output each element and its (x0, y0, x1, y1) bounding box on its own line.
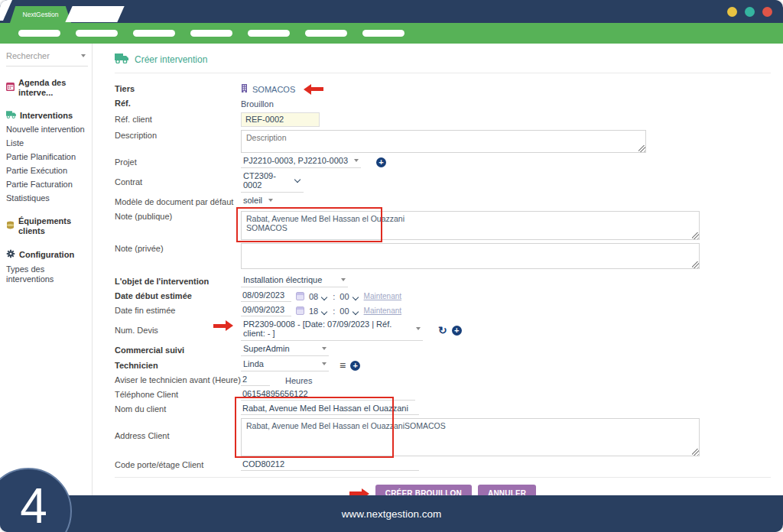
date-fin-input[interactable] (241, 305, 291, 316)
sidebar-item-agenda[interactable]: Agenda des interve... (6, 76, 88, 99)
contrat-select[interactable]: CT2309-0002 (241, 171, 304, 193)
window-dot-yellow[interactable] (727, 7, 737, 17)
sidebar-item-partie-execution[interactable]: Partie Exécution (6, 164, 88, 177)
projet-value: PJ2210-0003, PJ2210-0003 (243, 156, 348, 165)
sidebar: Rechercher Agenda des interve... Interve… (0, 44, 93, 495)
truck-icon (115, 54, 128, 66)
nav-item-redacted[interactable] (305, 30, 347, 37)
form-row-date-debut: Date début estimée 08 : 00 Maintenant (115, 290, 771, 302)
field-label: Date début estimée (115, 290, 241, 302)
add-devis-button plus-icon[interactable]: + (452, 326, 462, 336)
search-select[interactable]: Rechercher (6, 50, 88, 66)
window-dot-red[interactable] (762, 7, 772, 17)
sidebar-item-liste[interactable]: Liste (6, 136, 88, 150)
date-debut-input[interactable] (241, 290, 291, 302)
field-label: Code porte/étage Client (115, 459, 241, 471)
telephone-input[interactable] (241, 389, 415, 401)
calendar-icon (6, 83, 15, 93)
sidebar-item-partie-facturation[interactable]: Partie Facturation (6, 177, 88, 191)
form-row-ref-client: Réf. client (115, 112, 771, 127)
minute-select[interactable]: 00 (340, 292, 359, 301)
field-label: Réf. client (115, 114, 241, 125)
nav-item-redacted[interactable] (190, 30, 232, 37)
cancel-button[interactable]: ANNULER (478, 485, 536, 495)
minute-select[interactable]: 00 (340, 307, 359, 316)
nav-item-redacted[interactable] (362, 30, 404, 37)
nav-item-redacted[interactable] (18, 30, 60, 37)
modele-select[interactable]: soleil (241, 196, 273, 208)
chevron-down-icon (354, 159, 359, 162)
equipment-icon (6, 221, 15, 232)
gear-icon (6, 249, 15, 261)
window-dots (727, 7, 772, 17)
code-porte-input[interactable] (241, 459, 419, 471)
sidebar-item-label: Partie Planification (6, 152, 76, 161)
nav-item-redacted[interactable] (76, 30, 118, 37)
field-label: Note (privée) (115, 243, 241, 255)
refresh-icon[interactable]: ↻ (438, 326, 447, 335)
tiers-link[interactable]: SOMACOS (252, 85, 295, 94)
sidebar-item-label: Nouvelle intervention (6, 125, 85, 134)
objet-select[interactable]: Installation électrique (241, 275, 348, 287)
commercial-select[interactable]: SuperAdmin (241, 344, 329, 356)
address-client-textarea[interactable]: Rabat, Avenue Med Bel Hassan el Ouazzani… (241, 418, 700, 456)
add-projet-button plus-icon[interactable]: + (376, 157, 386, 167)
field-label: Address Client (115, 418, 241, 442)
ref-client-input[interactable] (241, 112, 320, 127)
nom-client-input[interactable] (241, 404, 419, 415)
technicien-select[interactable]: Linda (241, 359, 329, 371)
num-devis-select[interactable]: PR2309-0008 - [Date: 07/09/2023 | Réf. c… (241, 320, 423, 341)
sidebar-item-equipements-clients[interactable]: Équipements clients (6, 214, 88, 238)
sidebar-item-interventions[interactable]: Interventions (6, 109, 88, 122)
form-row-aviser: Aviser le technicien avant (Heure) Heure… (115, 375, 771, 386)
main-content: Créer intervention Tiers SOMACOS Réf. Br… (93, 44, 783, 495)
field-label: Contrat (115, 177, 241, 188)
create-draft-button[interactable]: CRÉER BROUILLON (375, 485, 472, 495)
sidebar-item-statistiques[interactable]: Statistiques (6, 191, 88, 205)
hour-value: 18 (309, 307, 318, 316)
corner-decoration (0, 0, 12, 21)
commercial-value: SuperAdmin (243, 344, 290, 353)
sidebar-item-types-interventions[interactable]: Types des interventions (6, 262, 88, 286)
sidebar-item-label: Liste (6, 138, 24, 148)
note-privee-textarea[interactable] (241, 243, 700, 269)
sidebar-item-label: Configuration (19, 250, 74, 260)
redacted-tab[interactable] (65, 6, 124, 22)
form-row-note-publique: Note (publique) Rabat, Avenue Med Bel Ha… (115, 211, 771, 240)
page-header: Créer intervention (115, 54, 771, 73)
note-publique-textarea[interactable]: Rabat, Avenue Med Bel Hassan el Ouazzani… (241, 211, 700, 240)
form-row-telephone: Téléphone Client (115, 389, 771, 401)
footer-url: www.nextgestion.com (342, 508, 442, 520)
form-row-modele: Modèle de document par défaut soleil (115, 196, 771, 208)
description-textarea[interactable] (241, 130, 646, 153)
chevron-down-icon (81, 54, 86, 57)
truck-icon (6, 111, 16, 121)
calendar-mini-icon[interactable] (296, 307, 304, 315)
calendar-mini-icon[interactable] (296, 292, 304, 300)
time-separator: : (333, 307, 335, 316)
brand-label: NextGestion (23, 11, 59, 18)
add-technicien-button plus-icon[interactable]: + (350, 361, 360, 371)
sidebar-item-configuration[interactable]: Configuration (6, 247, 88, 262)
window-dot-teal[interactable] (745, 7, 755, 17)
field-label: Technicien (115, 360, 241, 371)
nav-item-redacted[interactable] (248, 30, 290, 37)
form-row-address-client: Address Client Rabat, Avenue Med Bel Has… (115, 418, 771, 456)
contrat-value: CT2309-0002 (243, 171, 291, 190)
projet-select[interactable]: PJ2210-0003, PJ2210-0003 (241, 156, 361, 168)
form-row-projet: Projet PJ2210-0003, PJ2210-0003 + (115, 156, 771, 168)
technicien-value: Linda (243, 359, 264, 368)
hour-select[interactable]: 18 (309, 307, 328, 316)
sidebar-item-partie-planification[interactable]: Partie Planification (6, 150, 88, 164)
form-row-date-fin: Date fin estimée 18 : 00 Maintenant (115, 305, 771, 316)
brand-tab[interactable]: NextGestion (10, 6, 71, 23)
maintenant-link[interactable]: Maintenant (364, 292, 401, 300)
maintenant-link[interactable]: Maintenant (364, 307, 401, 315)
field-label: Commercial suivi (115, 345, 241, 356)
list-menu-icon[interactable]: ≡ (340, 362, 346, 369)
nav-item-redacted[interactable] (133, 30, 175, 37)
hour-select[interactable]: 08 (309, 292, 328, 301)
sidebar-item-nouvelle-intervention[interactable]: Nouvelle intervention (6, 122, 88, 136)
ref-value: Brouillon (241, 99, 274, 109)
aviser-input[interactable] (241, 375, 270, 386)
